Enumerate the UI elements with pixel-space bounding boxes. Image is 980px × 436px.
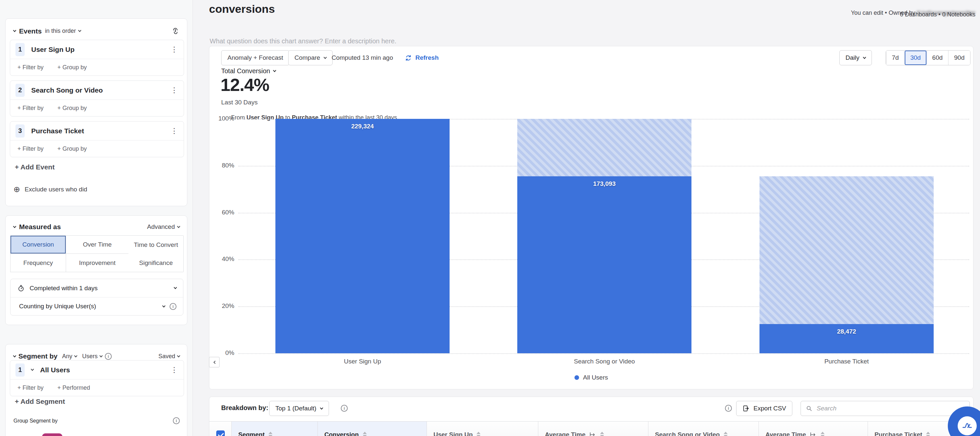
chevron-down-icon[interactable] [31, 368, 34, 371]
info-icon[interactable] [341, 405, 348, 412]
sort-icon[interactable] [821, 432, 824, 436]
sort-icon[interactable] [477, 432, 480, 436]
column-header[interactable]: Average Time [538, 422, 648, 436]
exclude-users-button[interactable]: ⊕ Exclude users who did [13, 185, 87, 194]
completed-within-dropdown[interactable]: Completed within 1 days [11, 279, 183, 297]
funnel-bar[interactable] [517, 176, 692, 353]
search-input[interactable] [817, 405, 965, 412]
segment-name[interactable]: All Users [40, 366, 70, 374]
y-axis-tick-label: 0% [211, 349, 234, 357]
event-name[interactable]: Purchase Ticket [31, 127, 84, 135]
chart-legend[interactable]: All Users [209, 374, 973, 381]
chart-description-placeholder[interactable]: What question does this chart answer? En… [210, 37, 396, 45]
saved-segments-dropdown[interactable]: Saved [158, 353, 180, 360]
x-axis-category-label: Search Song or Video [517, 358, 692, 365]
funnel-bar[interactable] [275, 119, 450, 353]
chart-title[interactable]: conversions [209, 3, 275, 16]
add-event-button[interactable]: + Add Event [15, 163, 54, 171]
filter-by-button[interactable]: + Filter by [18, 146, 44, 152]
info-icon[interactable] [173, 417, 180, 424]
segment-by-panel: Segment by Any Users Saved 1 [5, 344, 187, 436]
event-name[interactable]: User Sign Up [31, 46, 75, 54]
chevron-left-icon [213, 360, 216, 364]
measure-tab[interactable]: Conversion [11, 236, 66, 254]
filter-by-button[interactable]: + Filter by [18, 64, 44, 71]
collapse-section-icon[interactable] [13, 225, 16, 228]
y-axis-tick-label: 80% [211, 162, 234, 169]
column-header[interactable]: Average Time [759, 422, 868, 436]
column-header[interactable]: Segment [232, 422, 318, 436]
search-icon [805, 405, 813, 412]
conversion-window-card: Completed within 1 days Counting by Uniq… [10, 279, 183, 316]
maps-to-arrow-icon [810, 432, 817, 436]
breakdown-by-label: Breakdown by: [221, 404, 268, 412]
column-headers: Segment Conversion [232, 422, 973, 436]
events-panel-title: Events [19, 27, 42, 35]
event-name[interactable]: Search Song or Video [31, 86, 103, 94]
collapse-sidebar-button[interactable] [209, 357, 220, 367]
measure-tab[interactable]: Significance [129, 254, 184, 272]
segment-by-title: Segment by [18, 352, 57, 360]
info-icon[interactable] [170, 303, 177, 310]
group-by-button[interactable]: + Group by [57, 146, 87, 152]
amplitude-logo-icon [958, 416, 977, 435]
measure-tab[interactable]: Over Time [66, 236, 129, 254]
select-all-cell [209, 422, 232, 436]
collapse-section-icon[interactable] [13, 354, 16, 357]
group-by-button[interactable]: + Group by [57, 64, 87, 71]
measure-tab[interactable]: Time to Convert [129, 236, 184, 254]
column-header[interactable]: Conversion [318, 422, 427, 436]
group-by-button[interactable]: + Group by [57, 105, 87, 112]
segment-users-dropdown[interactable]: Users [82, 353, 102, 360]
info-icon[interactable] [105, 353, 112, 360]
bar-dropoff-hatch [759, 176, 934, 324]
collapse-section-icon[interactable] [13, 29, 16, 32]
funnel-bar-chart: 100%80%60%40%20%0%229,324User Sign Up173… [209, 46, 973, 389]
amplitude-chart-page: Events in this order [0, 0, 980, 436]
interactive-demo-icon[interactable] [171, 27, 180, 35]
column-header[interactable]: Search Song or Video [648, 422, 759, 436]
measure-tab[interactable]: Frequency [11, 254, 66, 272]
chevron-down-icon [320, 406, 323, 409]
kebab-menu-icon[interactable]: ⋮ [170, 366, 178, 374]
counting-by-dropdown[interactable]: Counting by Unique User(s) [11, 297, 183, 315]
measured-as-panel: Measured as Advanced Conversion Over Tim… [5, 216, 187, 325]
sort-icon[interactable] [363, 432, 367, 436]
chevron-down-icon [100, 354, 103, 357]
chevron-down-icon [177, 354, 180, 357]
kebab-menu-icon[interactable]: ⋮ [170, 87, 178, 94]
filter-by-button[interactable]: + Filter by [18, 384, 44, 392]
measured-as-title: Measured as [19, 223, 61, 231]
legend-label: All Users [583, 374, 608, 381]
dashboards-notebooks-meta: 0 Dashboards • 0 Notebooks [900, 11, 975, 18]
sort-icon[interactable] [600, 432, 604, 436]
segment-list: 1 All Users ⋮ + Filter by + Performed [10, 360, 184, 396]
segment-index-badge: 1 [16, 363, 25, 377]
breakdown-table-header: Segment Conversion [209, 421, 973, 436]
kebab-menu-icon[interactable]: ⋮ [170, 46, 178, 53]
chevron-down-icon [174, 286, 177, 289]
legend-dot-icon [574, 375, 579, 380]
event-order-dropdown[interactable]: in this order [45, 28, 81, 35]
segment-by-header: Segment by Any Users Saved [13, 352, 180, 360]
performed-button[interactable]: + Performed [57, 384, 91, 392]
breakdown-selector-dropdown[interactable]: Top 1 (Default) [269, 401, 329, 416]
maps-to-arrow-icon [589, 432, 596, 436]
filter-by-button[interactable]: + Filter by [18, 105, 44, 112]
y-axis-tick-label: 100% [211, 115, 234, 122]
column-header[interactable]: User Sign Up [427, 422, 538, 436]
advanced-dropdown[interactable]: Advanced [147, 223, 180, 230]
select-all-checkbox[interactable] [216, 430, 225, 436]
kebab-menu-icon[interactable]: ⋮ [170, 127, 178, 135]
segment-any-dropdown[interactable]: Any [62, 353, 77, 360]
export-csv-button[interactable]: Export CSV [736, 401, 792, 416]
sort-icon[interactable] [724, 432, 728, 436]
table-search-field[interactable] [800, 401, 970, 416]
measure-tab[interactable]: Improvement [66, 254, 129, 272]
y-axis-tick-label: 20% [211, 302, 234, 309]
sort-icon[interactable] [926, 432, 930, 436]
add-segment-button[interactable]: + Add Segment [15, 398, 65, 406]
sort-icon[interactable] [269, 432, 272, 436]
info-icon[interactable] [725, 405, 732, 412]
select-event-pill-clipped[interactable] [42, 433, 62, 436]
